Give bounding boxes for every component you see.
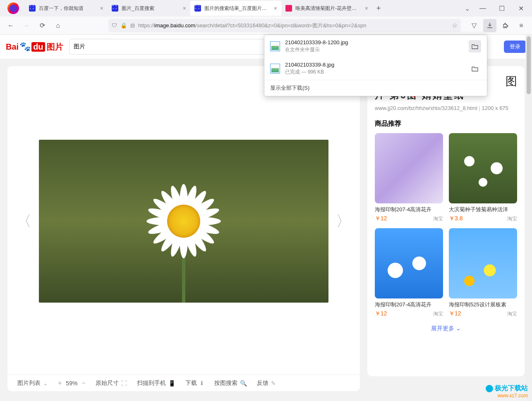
product-price: ￥12 <box>449 310 461 317</box>
product-source: 淘宝 <box>507 215 517 222</box>
edit-icon: ✎ <box>271 380 276 387</box>
product-source: 淘宝 <box>433 215 443 222</box>
download-item[interactable]: 210402103339-8-1200.jpg 在文件夹中显示 <box>264 35 487 57</box>
site-icon <box>285 5 292 12</box>
product-item[interactable]: 海报印制525设计展板素 ￥12淘宝 <box>449 228 517 317</box>
downloads-panel: 210402103339-8-1200.jpg 在文件夹中显示 21040210… <box>264 35 487 96</box>
folder-icon <box>471 43 479 50</box>
product-thumb <box>449 228 517 298</box>
product-name: 海报印制207-4高清花卉 <box>375 301 443 308</box>
new-tab-button[interactable]: + <box>372 1 385 16</box>
original-size-button[interactable]: 原始尺寸 ⛶ <box>96 380 127 387</box>
tab-baidu-image-search[interactable]: 图片_百度搜索 × <box>108 1 190 16</box>
app-menu-button[interactable]: ≡ <box>515 19 528 32</box>
download-image-button[interactable]: 下载 ⬇ <box>185 380 204 387</box>
tab-baidu-home[interactable]: 百度一下，你就知道 × <box>25 1 108 16</box>
close-icon[interactable]: × <box>183 5 186 12</box>
download-status: 在文件夹中显示 <box>285 46 464 53</box>
watermark: 极光下载站 www.xz7.com <box>486 384 528 399</box>
browser-toolbar: ← → ⟳ ⌂ 🛡 🔒 ⊟ https://image.baidu.com/se… <box>0 17 532 35</box>
image-file-icon <box>270 41 280 51</box>
vertical-scrollbar[interactable] <box>525 35 532 401</box>
close-icon[interactable]: × <box>274 5 277 12</box>
watermark-icon <box>486 385 493 392</box>
close-window-button[interactable]: ✕ <box>511 0 530 17</box>
back-button[interactable]: ← <box>4 19 17 32</box>
folder-icon <box>471 65 479 72</box>
product-item[interactable]: 海报印制207-4高清花卉 ￥12淘宝 <box>375 228 443 317</box>
product-source: 淘宝 <box>507 310 517 317</box>
paw-icon <box>112 5 118 12</box>
download-icon <box>486 22 493 29</box>
product-item[interactable]: 海报印制207-4高清花卉 ￥12淘宝 <box>375 133 443 222</box>
pocket-button[interactable]: ▽ <box>467 19 481 32</box>
close-icon[interactable]: × <box>100 5 103 12</box>
search-icon: 🔍 <box>240 380 247 387</box>
tab-image-result[interactable]: 图片的搜索结果_百度图片搜索 × <box>190 1 281 16</box>
content-area: 〈 〉 图 片 第6图 娟娟壁纸 www.jj20.com/bz/hhzw/xh… <box>0 59 532 384</box>
phone-icon: 📱 <box>168 380 175 387</box>
prev-image-button[interactable]: 〈 <box>12 207 36 236</box>
zoom-out-button[interactable]: − <box>81 380 85 387</box>
expand-more-button[interactable]: 展开更多 ⌄ <box>375 325 517 332</box>
show-in-folder-button[interactable] <box>469 62 481 75</box>
download-item[interactable]: 210402103339-8.jpg 已完成 — 996 KB <box>264 57 487 80</box>
product-thumb <box>449 133 517 203</box>
reload-button[interactable]: ⟳ <box>36 19 49 32</box>
product-price: ￥3.8 <box>449 215 463 222</box>
tabs-overflow-icon[interactable]: ⌄ <box>465 5 470 12</box>
download-filename: 210402103339-8-1200.jpg <box>285 39 464 45</box>
next-image-button[interactable]: 〉 <box>332 207 355 236</box>
zoom-in-button[interactable]: + <box>58 380 62 387</box>
minimize-button[interactable]: — <box>473 0 492 17</box>
info-sidebar: 图 片 第6图 娟娟壁纸 www.jj20.com/bz/hhzw/xhtx/3… <box>367 66 525 376</box>
source-url[interactable]: www.jj20.com/bz/hhzw/xhtx/323612_8.html <box>375 105 477 111</box>
tab-title: 图片_百度搜索 <box>122 5 180 12</box>
main-image[interactable] <box>39 140 328 303</box>
home-button[interactable]: ⌂ <box>51 19 65 32</box>
search-input[interactable] <box>74 43 268 50</box>
baidu-image-logo[interactable]: Bai🐾du图片 <box>6 41 63 53</box>
product-thumb <box>375 133 443 203</box>
tab-title: 唯美高清雏菊图片-花卉壁纸-高 <box>295 5 362 12</box>
expand-icon: ⛶ <box>121 380 127 387</box>
close-icon[interactable]: × <box>365 5 368 12</box>
extensions-button[interactable] <box>499 19 512 32</box>
product-price: ￥12 <box>375 310 387 317</box>
bookmark-star-icon[interactable]: ☆ <box>452 21 458 29</box>
login-button[interactable]: 登录 <box>504 41 526 53</box>
forward-button[interactable]: → <box>20 19 33 32</box>
lock-icon[interactable]: 🔒 <box>120 22 127 29</box>
address-bar[interactable]: 🛡 🔒 ⊟ https://image.baidu.com/search/det… <box>108 19 461 32</box>
tab-wallpaper[interactable]: 唯美高清雏菊图片-花卉壁纸-高 × <box>281 1 372 16</box>
recommendations-title: 商品推荐 <box>375 119 517 128</box>
maximize-button[interactable]: ☐ <box>492 0 511 17</box>
firefox-logo <box>7 2 19 14</box>
tab-title: 图片的搜索结果_百度图片搜索 <box>204 5 271 12</box>
search-box[interactable]: 📷 <box>69 39 284 55</box>
image-file-icon <box>270 64 280 74</box>
feedback-button[interactable]: 反馈 ✎ <box>257 380 276 387</box>
product-name: 大滨菊种子雏菊易种活洋 <box>449 206 517 213</box>
source-info: www.jj20.com/bz/hhzw/xhtx/323612_8.html … <box>375 105 517 111</box>
window-titlebar: 百度一下，你就知道 × 图片_百度搜索 × 图片的搜索结果_百度图片搜索 × 唯… <box>0 0 532 17</box>
chevron-down-icon: ⌄ <box>43 380 48 387</box>
download-icon: ⬇ <box>199 380 204 387</box>
image-toolbar: 图片列表 ⌄ + 59% − 原始尺寸 ⛶ 扫描到手机 📱 下载 ⬇ 按图搜索 … <box>7 375 360 391</box>
zoom-control: + 59% − <box>58 380 86 387</box>
paw-icon: 🐾 <box>19 41 31 52</box>
show-all-downloads[interactable]: 显示全部下载(S) <box>264 80 487 96</box>
zoom-level: 59% <box>66 380 77 387</box>
product-item[interactable]: 大滨菊种子雏菊易种活洋 ￥3.8淘宝 <box>449 133 517 222</box>
paw-icon <box>29 5 36 12</box>
search-by-image-button[interactable]: 按图搜索 🔍 <box>214 380 247 387</box>
permissions-icon[interactable]: ⊟ <box>130 22 135 29</box>
product-price: ￥12 <box>375 215 387 222</box>
url-text: https://image.baidu.com/search/detail?ct… <box>138 22 448 29</box>
title-fragment: 图 <box>506 75 517 88</box>
show-in-folder-button[interactable] <box>469 40 481 53</box>
image-list-button[interactable]: 图片列表 ⌄ <box>17 380 48 387</box>
scan-to-phone-button[interactable]: 扫描到手机 📱 <box>137 380 175 387</box>
downloads-button[interactable] <box>483 19 496 32</box>
shield-icon[interactable]: 🛡 <box>112 22 117 29</box>
